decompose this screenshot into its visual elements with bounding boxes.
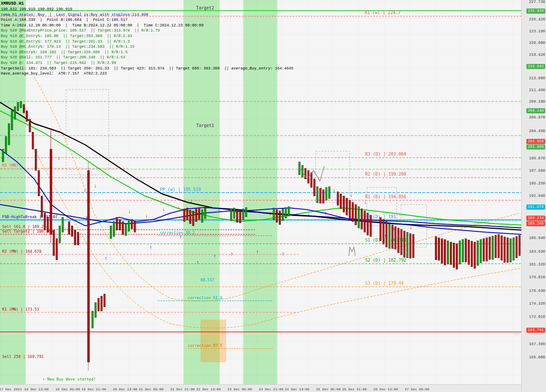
time-27dec05: 27 Dec 05:00 [405, 387, 430, 391]
svg-rect-77 [189, 210, 191, 224]
svg-text:R3 (D) | 203.064: R3 (D) | 203.064 [365, 152, 406, 157]
svg-text:R2 (D) | 199.208: R2 (D) | 199.208 [365, 172, 406, 177]
time-21dec05: 21 Dec 05:00 [139, 387, 164, 391]
svg-text:↓: ↓ [177, 205, 180, 210]
price-199870: 199.870 [529, 156, 545, 161]
svg-rect-137 [456, 244, 458, 269]
svg-text:↑: ↑ [196, 260, 199, 266]
price-195250: 195.250 [529, 182, 545, 186]
svg-text:↓: ↓ [392, 226, 395, 232]
svg-rect-86 [239, 211, 241, 223]
svg-text:↑: ↑ [230, 251, 233, 257]
svg-text:R1 (MN) | 173.53: R1 (MN) | 173.53 [2, 307, 39, 311]
svg-rect-132 [441, 239, 443, 263]
svg-rect-109 [346, 198, 348, 215]
svg-text:↓: ↓ [286, 212, 289, 218]
svg-rect-72 [128, 221, 130, 231]
svg-rect-65 [104, 294, 105, 307]
svg-rect-62 [95, 303, 96, 317]
time-25dec21: 25 Dec 21:00 [342, 387, 367, 391]
price-225939: 225.939 [526, 9, 545, 14]
price-169791: 169.791 [526, 328, 545, 333]
svg-rect-148 [489, 237, 491, 259]
svg-text:R1 (w) | 224.7: R1 (w) | 224.7 [365, 10, 401, 15]
price-181320: 181.320 [529, 262, 545, 267]
svg-rect-135 [450, 242, 452, 265]
svg-text:↓: ↓ [58, 156, 61, 161]
svg-text:↓: ↓ [162, 207, 165, 213]
svg-rect-144 [477, 241, 479, 265]
svg-text:FSB-HighToBreak | 191.07: FSB-HighToBreak | 191.07 [2, 215, 58, 219]
price-183630: 183.630 [529, 250, 545, 254]
svg-text:88.517: 88.517 [200, 278, 215, 282]
price-179010: 179.010 [529, 275, 545, 280]
svg-rect-138 [459, 241, 461, 264]
svg-rect-104 [325, 187, 327, 200]
svg-rect-150 [495, 235, 497, 258]
svg-rect-140 [465, 239, 467, 262]
svg-rect-90 [276, 210, 278, 222]
svg-text:↑: ↑ [256, 249, 259, 255]
svg-rect-45 [38, 170, 40, 196]
svg-rect-66 [110, 226, 112, 239]
price-225420: 225.420 [529, 17, 545, 22]
svg-rect-146 [483, 239, 485, 261]
svg-text:↓: ↓ [320, 185, 323, 191]
svg-rect-68 [116, 217, 118, 230]
svg-rect-126 [404, 231, 405, 257]
svg-rect-158 [519, 235, 520, 256]
svg-rect-73 [131, 219, 133, 229]
svg-rect-87 [242, 209, 244, 219]
price-227730: 227.730 [529, 0, 545, 4]
price-197560: 197.560 [529, 169, 545, 173]
svg-rect-54 [62, 217, 64, 232]
svg-text:S1 (D) | 186.648: S1 (D) | 186.648 [365, 238, 406, 243]
svg-rect-41 [26, 111, 28, 121]
svg-rect-83 [230, 209, 232, 221]
svg-rect-141 [468, 240, 470, 265]
svg-rect-64 [101, 296, 102, 311]
svg-rect-106 [337, 192, 339, 205]
price-176630: 176.630 [529, 289, 545, 293]
svg-rect-156 [513, 238, 514, 260]
svg-rect-75 [183, 209, 185, 222]
svg-rect-112 [355, 205, 357, 225]
svg-rect-131 [438, 238, 440, 260]
svg-rect-35 [8, 124, 10, 145]
svg-text:↑: ↑ [85, 215, 88, 221]
svg-text:↓: ↓ [190, 198, 193, 204]
price-174320: 174.320 [529, 302, 545, 306]
svg-rect-51 [53, 230, 55, 256]
time-18dec13: 18 Dec 13:00 [24, 387, 49, 391]
svg-rect-91 [279, 211, 281, 225]
svg-rect-80 [198, 208, 200, 219]
svg-text:correction 87.5: correction 87.5 [188, 343, 222, 348]
price-172010: 172.010 [529, 315, 545, 319]
svg-text:↓: ↓ [235, 209, 238, 215]
svg-rect-110 [349, 200, 351, 218]
svg-rect-114 [361, 209, 363, 229]
svg-rect-53 [59, 226, 61, 243]
svg-rect-81 [201, 210, 203, 222]
svg-rect-147 [486, 238, 488, 261]
svg-text:↑: ↑ [105, 256, 107, 262]
svg-rect-134 [447, 241, 449, 264]
svg-text:Sell Target2 | 188.265: Sell Target2 | 188.265 [2, 229, 53, 233]
svg-text:S2 (D) | 182.792: S2 (D) | 182.792 [365, 258, 406, 263]
svg-rect-142 [471, 241, 473, 267]
price-201889: 201.889 [526, 144, 545, 150]
svg-text:↓: ↓ [269, 211, 272, 217]
svg-text:↓: ↓ [83, 187, 86, 193]
svg-rect-40 [23, 104, 25, 113]
svg-rect-67 [113, 222, 115, 236]
time-24dec13: 24 Dec 13:00 [285, 387, 310, 391]
svg-rect-108 [343, 196, 345, 212]
price-208248: 208.248 [526, 108, 545, 113]
svg-rect-38 [17, 102, 19, 111]
chart-container: MARKETZITRADE [0, 0, 546, 392]
time-21dec21: 21 Dec 21:00 [170, 387, 195, 391]
svg-rect-154 [507, 238, 508, 262]
price-167390: 167.390 [529, 342, 545, 346]
price-209180: 209.180 [529, 100, 545, 104]
svg-rect-69 [119, 219, 121, 230]
